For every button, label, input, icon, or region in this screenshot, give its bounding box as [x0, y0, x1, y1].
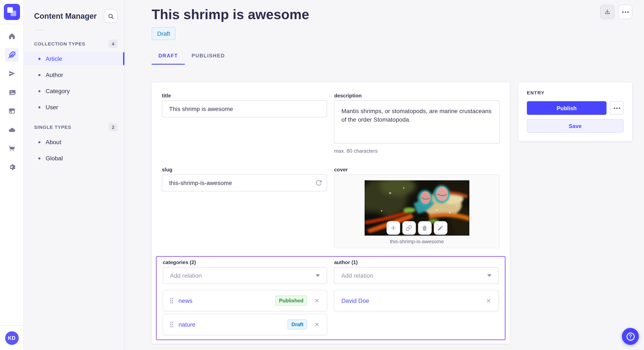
logo-container [0, 0, 24, 24]
remove-relation-button[interactable] [486, 298, 492, 304]
sidebar-item-user[interactable]: User [24, 101, 124, 114]
entry-more-options-button[interactable] [610, 101, 624, 115]
send-icon[interactable] [5, 67, 18, 80]
settings-gear-icon[interactable] [5, 160, 18, 174]
drag-handle-icon[interactable] [170, 322, 173, 328]
sidebar-item-label: Global [46, 155, 63, 162]
nav-rail: KD [0, 0, 24, 350]
logo-glyph-shade [10, 11, 16, 16]
cover-filename: this-shrimp-is-awesome [334, 239, 499, 245]
author-relation-list: David Doe [334, 290, 499, 311]
relation-link[interactable]: nature [178, 321, 195, 328]
content-manager-sidebar: Content Manager COLLECTION TYPES 4 Artic… [24, 0, 125, 350]
edit-asset-button[interactable] [434, 221, 447, 235]
description-field-group: description Mantis shrimps, or stomatopo… [334, 93, 500, 154]
sidebar-item-label: Author [46, 71, 63, 78]
sidebar-title: Content Manager [34, 12, 97, 21]
relation-link[interactable]: David Doe [342, 297, 369, 304]
more-options-button[interactable] [618, 5, 632, 19]
main-content: This shrimp is awesome Draft DRAFT PUBLI… [125, 0, 644, 350]
categories-field-label: categories (2) [163, 259, 327, 265]
description-textarea[interactable]: Mantis shrimps, or stomatopods, are mari… [334, 100, 500, 144]
section-label-collection-types: COLLECTION TYPES [34, 41, 85, 46]
sidebar-item-label: Category [46, 88, 70, 94]
bullet-icon [38, 90, 40, 92]
bullet-icon [38, 106, 40, 108]
media-library-icon[interactable] [5, 85, 18, 99]
status-badge: Published [275, 296, 307, 306]
sidebar-item-label: About [46, 139, 61, 146]
tab-draft[interactable]: DRAFT [152, 48, 185, 65]
cover-asset-box: this-shrimp-is-awesome [334, 174, 500, 248]
relation-link[interactable]: news [178, 297, 192, 304]
trash-icon [422, 225, 428, 231]
chevron-down-icon [487, 274, 492, 277]
close-icon [314, 322, 320, 328]
sidebar-item-article[interactable]: Article [24, 52, 124, 65]
entry-panel-title: ENTRY [527, 90, 624, 95]
add-asset-button[interactable] [386, 221, 400, 235]
sidebar-item-label: User [46, 104, 58, 111]
title-input[interactable] [162, 100, 327, 117]
copy-link-button[interactable] [402, 221, 416, 235]
edit-form-card: title description Mantis shrimps, or sto… [152, 82, 510, 344]
download-button[interactable] [600, 5, 614, 19]
author-field-group: author (1) Add relation David Doe [334, 259, 499, 335]
slug-input[interactable] [162, 174, 327, 191]
cloud-icon[interactable] [5, 123, 18, 137]
strapi-logo[interactable] [4, 4, 20, 20]
more-options-icon [622, 11, 628, 12]
delete-asset-button[interactable] [418, 221, 432, 235]
layout-icon[interactable] [5, 104, 18, 118]
title-field-label: title [162, 93, 327, 99]
categories-add-relation-select[interactable]: Add relation [163, 267, 327, 284]
drag-handle-icon[interactable] [170, 298, 173, 304]
slug-field-label: slug [162, 167, 327, 173]
home-icon[interactable] [5, 29, 18, 43]
categories-relation-list: news Published nature [163, 290, 327, 335]
cover-field-label: cover [334, 167, 500, 173]
single-types-count: 2 [108, 123, 118, 131]
bullet-icon [38, 74, 40, 76]
download-icon [604, 8, 611, 15]
sidebar-item-global[interactable]: Global [24, 152, 124, 165]
sidebar-item-category[interactable]: Category [24, 85, 124, 97]
search-button[interactable] [104, 9, 118, 23]
close-icon [486, 298, 492, 304]
slug-field-group: slug [162, 167, 327, 248]
sidebar-item-label: Article [46, 55, 62, 62]
remove-relation-button[interactable] [314, 298, 320, 304]
page-title: This shrimp is awesome [152, 6, 632, 23]
bullet-icon [38, 58, 40, 60]
sidebar-item-about[interactable]: About [24, 136, 124, 149]
author-field-label: author (1) [334, 259, 499, 265]
rail-icon-list [5, 29, 18, 179]
regenerate-icon[interactable] [316, 179, 322, 186]
description-hint: max. 80 characters [334, 148, 500, 154]
sidebar-item-author[interactable]: Author [24, 68, 124, 81]
relation-item-david-doe: David Doe [334, 290, 499, 311]
plus-icon [390, 224, 396, 231]
content-manager-feather-icon[interactable] [5, 48, 18, 62]
more-options-icon [614, 107, 620, 109]
status-badge: Draft [288, 319, 307, 330]
header-actions [600, 5, 632, 19]
cover-field-group: cover [334, 167, 500, 248]
user-avatar[interactable]: KD [5, 331, 18, 345]
author-add-relation-select[interactable]: Add relation [334, 267, 499, 284]
cart-icon[interactable] [5, 142, 18, 155]
divider [34, 30, 44, 30]
title-field-group: title [162, 93, 327, 154]
bullet-icon [38, 157, 40, 159]
status-badge: Draft [152, 27, 176, 40]
cover-actions [386, 221, 447, 235]
remove-relation-button[interactable] [314, 322, 320, 328]
publish-button[interactable]: Publish [527, 101, 606, 115]
tab-published[interactable]: PUBLISHED [185, 48, 232, 65]
pencil-icon [437, 225, 444, 231]
strapi-app: KD Content Manager COLLECTION TYPES 4 Ar… [0, 0, 644, 350]
search-icon [108, 13, 114, 19]
save-button[interactable]: Save [527, 119, 624, 133]
help-button[interactable]: ? [622, 328, 639, 345]
rail-bottom: KD [0, 325, 24, 350]
